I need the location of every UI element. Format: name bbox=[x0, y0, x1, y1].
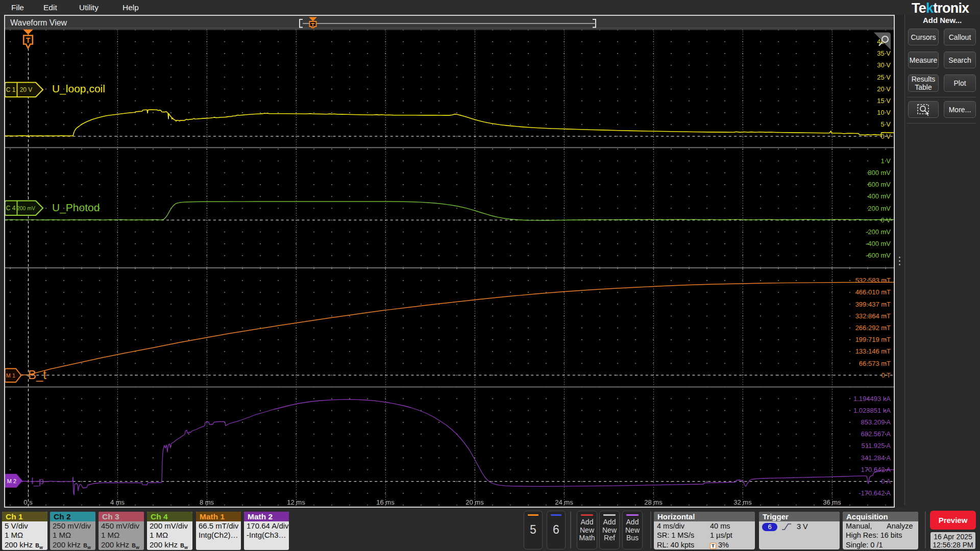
svg-text:30 V: 30 V bbox=[877, 61, 891, 69]
svg-text:M 1: M 1 bbox=[6, 372, 15, 379]
svg-text:15 V: 15 V bbox=[877, 97, 891, 105]
svg-text:5 V: 5 V bbox=[880, 120, 891, 128]
svg-text:466.010 mT: 466.010 mT bbox=[855, 288, 891, 296]
svg-text:66.573 mT: 66.573 mT bbox=[859, 360, 891, 367]
svg-text:170.642 A: 170.642 A bbox=[861, 466, 891, 473]
svg-text:400 mV: 400 mV bbox=[868, 192, 891, 200]
svg-text:0 s: 0 s bbox=[23, 498, 33, 506]
svg-text:199.719 mT: 199.719 mT bbox=[855, 336, 891, 343]
svg-text:35 V: 35 V bbox=[877, 49, 891, 57]
svg-text:4 ms: 4 ms bbox=[110, 498, 125, 506]
svg-text:8 ms: 8 ms bbox=[200, 498, 214, 506]
svg-text:I_p: I_p bbox=[31, 476, 44, 487]
svg-text:36 ms: 36 ms bbox=[823, 498, 841, 506]
svg-text:-200 mV: -200 mV bbox=[866, 228, 891, 236]
svg-text:C 4: C 4 bbox=[6, 205, 16, 212]
svg-text:1 V: 1 V bbox=[880, 157, 891, 165]
svg-text:0 A: 0 A bbox=[881, 478, 891, 485]
svg-text:32 ms: 32 ms bbox=[733, 498, 752, 506]
svg-text:682.567 A: 682.567 A bbox=[861, 430, 891, 438]
svg-text:200 mV: 200 mV bbox=[17, 205, 35, 211]
svg-text:-400 mV: -400 mV bbox=[866, 240, 891, 247]
svg-text:800 mV: 800 mV bbox=[868, 169, 891, 177]
svg-text:20 V: 20 V bbox=[20, 86, 33, 93]
svg-text:399.437 mT: 399.437 mT bbox=[855, 300, 891, 308]
svg-text:12 ms: 12 ms bbox=[287, 498, 305, 506]
svg-text:16 ms: 16 ms bbox=[376, 498, 395, 506]
svg-text:853.209 A: 853.209 A bbox=[861, 418, 891, 426]
svg-text:U_Photod: U_Photod bbox=[52, 202, 100, 214]
svg-text:20 V: 20 V bbox=[877, 85, 891, 93]
svg-text:511.925 A: 511.925 A bbox=[861, 442, 891, 449]
svg-text:M 2: M 2 bbox=[7, 478, 16, 484]
svg-text:T: T bbox=[26, 36, 31, 44]
svg-text:341.284 A: 341.284 A bbox=[861, 454, 891, 462]
svg-text:0 V: 0 V bbox=[880, 216, 891, 224]
svg-text:10 V: 10 V bbox=[877, 109, 891, 116]
svg-text:0 V: 0 V bbox=[880, 133, 891, 140]
svg-text:200 mV: 200 mV bbox=[868, 205, 891, 212]
svg-text:C 1: C 1 bbox=[6, 86, 16, 93]
svg-text:B_t: B_t bbox=[28, 368, 46, 382]
svg-text:20 ms: 20 ms bbox=[465, 498, 484, 506]
svg-text:25 V: 25 V bbox=[877, 73, 891, 81]
svg-text:1.023851 kA: 1.023851 kA bbox=[853, 407, 891, 414]
svg-text:600 mV: 600 mV bbox=[868, 181, 891, 188]
svg-text:-170.642 A: -170.642 A bbox=[859, 489, 891, 497]
svg-text:332.864 mT: 332.864 mT bbox=[855, 312, 891, 320]
svg-text:28 ms: 28 ms bbox=[644, 498, 663, 506]
svg-text:133.146 mT: 133.146 mT bbox=[855, 347, 891, 355]
svg-text:0 T: 0 T bbox=[881, 371, 891, 379]
svg-text:266.292 mT: 266.292 mT bbox=[855, 324, 891, 332]
svg-text:532.583 mT: 532.583 mT bbox=[855, 277, 891, 284]
svg-text:-600 mV: -600 mV bbox=[866, 252, 891, 259]
svg-text:24 ms: 24 ms bbox=[555, 498, 573, 506]
svg-text:1.194493 kA: 1.194493 kA bbox=[853, 395, 891, 403]
svg-text:U_loop,coil: U_loop,coil bbox=[52, 83, 105, 95]
